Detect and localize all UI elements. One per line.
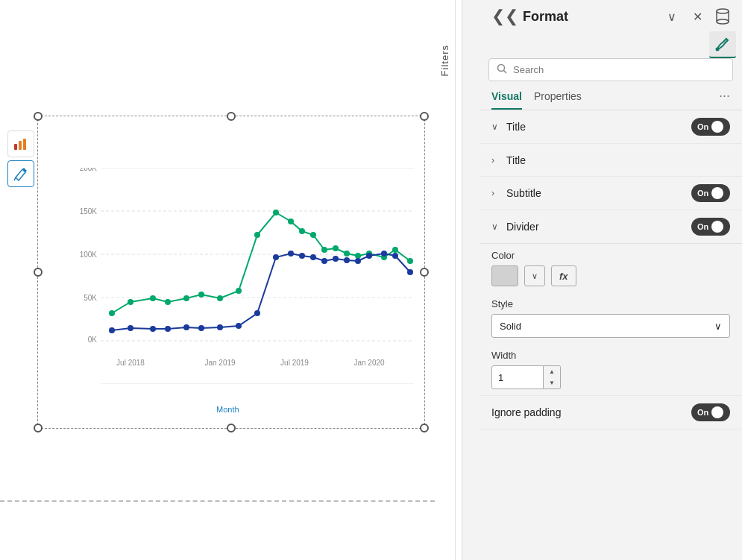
tab-more-icon[interactable]: ··· (719, 88, 730, 108)
style-dropdown-chevron: ∨ (714, 321, 722, 332)
width-label: Width (491, 350, 730, 361)
filters-sidebar[interactable]: Filters (435, 0, 456, 560)
divider-toggle[interactable]: On (691, 218, 730, 236)
svg-point-58 (366, 253, 372, 259)
section-title-toggle[interactable]: ∨ Title On (480, 110, 742, 144)
svg-rect-1 (19, 141, 22, 150)
svg-point-39 (392, 247, 398, 253)
title-expand-chevron: › (491, 155, 500, 166)
filters-label[interactable]: Filters (439, 45, 450, 76)
ignore-padding-toggle-circle (711, 406, 723, 418)
svg-point-28 (254, 232, 260, 238)
width-increment-button[interactable]: ▲ (544, 366, 560, 377)
svg-point-42 (128, 325, 133, 331)
panel-content: ∨ Title On › Title › Subtitle On ∨ Divid… (480, 110, 742, 560)
svg-point-40 (407, 258, 413, 264)
svg-point-20 (109, 310, 115, 316)
search-icon (497, 63, 507, 76)
svg-text:Jul 2018: Jul 2018 (116, 359, 145, 367)
color-dropdown-button[interactable]: ∨ (524, 265, 545, 286)
svg-point-57 (355, 258, 361, 264)
resize-handle-tc[interactable] (227, 112, 236, 121)
search-input[interactable] (513, 64, 725, 75)
svg-point-36 (355, 253, 361, 259)
svg-point-49 (254, 310, 260, 316)
style-label: Style (491, 298, 730, 309)
title-toggle-label: Title (506, 121, 691, 133)
width-spinners: ▲ ▼ (544, 365, 561, 389)
color-swatch-button[interactable] (491, 265, 518, 286)
pencil-icon[interactable] (7, 160, 34, 187)
bottom-dashed-area (0, 500, 435, 560)
svg-point-51 (288, 251, 294, 257)
svg-point-21 (128, 299, 133, 305)
svg-point-59 (381, 251, 387, 257)
resize-handle-tl[interactable] (34, 112, 43, 121)
width-input-row: 1 ▲ ▼ (491, 365, 730, 389)
section-title-expand[interactable]: › Title (480, 144, 742, 177)
svg-text:200K: 200K (80, 168, 98, 172)
svg-point-27 (236, 288, 242, 294)
svg-text:150K: 150K (80, 207, 98, 215)
panel-title: Format (523, 9, 661, 25)
svg-point-32 (310, 232, 316, 238)
cylinder-icon[interactable] (712, 6, 733, 27)
svg-rect-0 (14, 144, 17, 150)
paint-brush-icon[interactable] (709, 31, 736, 58)
ignore-padding-label: Ignore padding (491, 406, 691, 418)
svg-point-61 (407, 269, 413, 275)
right-panel: ❮❮ Format ∨ ✕ Visual Properties ··· ∨ (480, 0, 742, 560)
ignore-padding-toggle-text: On (697, 408, 708, 417)
resize-handle-bc[interactable] (227, 424, 236, 432)
panel-header-icons: ∨ ✕ (661, 6, 733, 27)
svg-point-54 (321, 258, 327, 264)
section-divider-header[interactable]: ∨ Divider On (480, 210, 742, 244)
svg-point-66 (716, 48, 720, 51)
collapse-panel-icon[interactable]: ❮❮ (491, 7, 518, 26)
svg-point-34 (333, 245, 339, 251)
subtitle-toggle[interactable]: On (691, 184, 730, 202)
svg-point-60 (392, 253, 398, 259)
svg-point-45 (183, 324, 189, 330)
tab-properties[interactable]: Properties (534, 86, 582, 110)
svg-text:0K: 0K (88, 336, 98, 344)
close-icon[interactable]: ✕ (687, 6, 708, 27)
svg-point-43 (150, 326, 156, 332)
section-subtitle[interactable]: › Subtitle On (480, 177, 742, 210)
resize-handle-bl[interactable] (34, 424, 43, 432)
bar-chart-icon[interactable] (7, 130, 34, 157)
fx-button[interactable]: fx (551, 265, 576, 286)
svg-text:50K: 50K (84, 294, 97, 302)
chart-svg: 200K 150K 100K 50K 0K Jul 2018 Jan 2019 … (71, 168, 421, 384)
resize-handle-tr[interactable] (420, 112, 429, 121)
style-select-button[interactable]: Solid ∨ (491, 314, 730, 338)
style-value: Solid (500, 321, 521, 332)
resize-handle-ml[interactable] (34, 268, 43, 277)
width-decrement-button[interactable]: ▼ (544, 377, 560, 388)
minimize-icon[interactable]: ∨ (661, 6, 682, 27)
svg-point-65 (717, 19, 729, 24)
search-box (488, 58, 733, 81)
x-axis-label: Month (216, 405, 239, 414)
color-controls: ∨ fx (491, 265, 730, 286)
title-toggle[interactable]: On (691, 118, 730, 136)
title-toggle-circle (711, 121, 723, 133)
svg-point-31 (299, 228, 305, 234)
svg-point-47 (217, 324, 223, 330)
divider-toggle-text: On (697, 222, 708, 231)
svg-text:Jul 2019: Jul 2019 (280, 359, 309, 367)
resize-handle-br[interactable] (420, 424, 429, 432)
svg-text:100K: 100K (80, 251, 98, 259)
subtitle-toggle-circle (711, 187, 723, 199)
svg-line-68 (504, 71, 507, 74)
svg-point-23 (165, 299, 171, 305)
width-input[interactable]: 1 (491, 365, 544, 389)
tab-visual[interactable]: Visual (491, 86, 522, 110)
width-prop-row: Width 1 ▲ ▼ (480, 344, 742, 395)
left-toolbar (7, 130, 34, 187)
svg-point-44 (165, 326, 171, 332)
title-toggle-text: On (697, 122, 708, 131)
svg-rect-2 (23, 139, 26, 150)
title-toggle-chevron: ∨ (491, 122, 500, 132)
ignore-padding-toggle[interactable]: On (691, 403, 730, 421)
